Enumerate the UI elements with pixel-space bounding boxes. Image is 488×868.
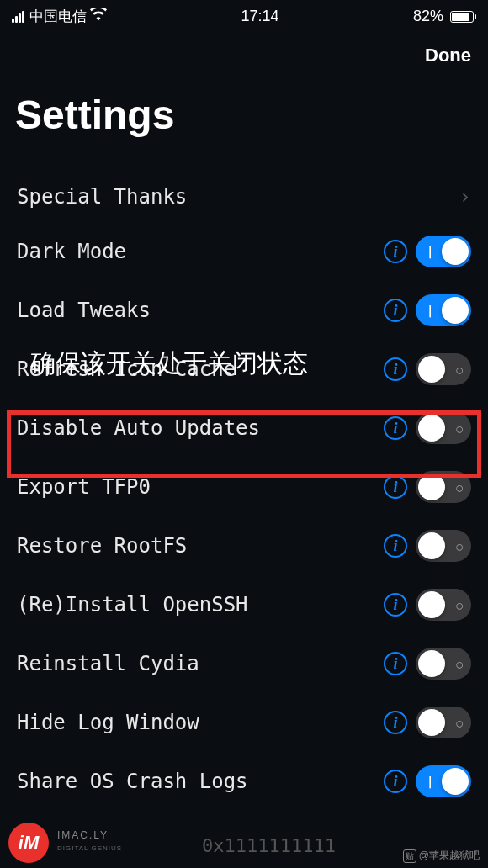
info-icon[interactable]: i (384, 711, 407, 734)
row-label: Export TFP0 (17, 475, 384, 499)
info-icon[interactable]: i (384, 652, 407, 675)
info-icon[interactable]: i (384, 770, 407, 793)
status-bar: 中国电信 17:14 82% (0, 0, 488, 29)
wifi-icon (90, 8, 107, 25)
row-label: Share OS Crash Logs (17, 770, 384, 793)
row-export-tfp0: Export TFP0 i (8, 458, 480, 516)
done-button[interactable]: Done (425, 45, 471, 66)
row-label: Dark Mode (17, 240, 384, 263)
row-disable-auto-updates: Disable Auto Updates i (8, 399, 480, 458)
im-badge-icon: iM (8, 823, 49, 863)
toggle-reinstall-cydia[interactable] (416, 648, 471, 680)
toggle-restore-rootfs[interactable] (416, 530, 471, 562)
toggle-reinstall-openssh[interactable] (416, 589, 471, 621)
toggle-share-crash-logs[interactable] (416, 765, 471, 797)
watermark-brand: IMAC.LY DIGITAL GENIUS (57, 829, 122, 853)
row-label: Refresh Icon Cache (17, 357, 384, 381)
row-dark-mode: Dark Mode i (8, 222, 480, 281)
toggle-disable-auto-updates[interactable] (416, 412, 471, 444)
tieba-attribution: 贴 @苹果越狱吧 (403, 849, 480, 863)
chevron-right-icon: › (459, 185, 471, 209)
row-share-crash-logs: Share OS Crash Logs i (8, 752, 480, 811)
info-icon[interactable]: i (384, 299, 407, 322)
row-label: Disable Auto Updates (17, 416, 384, 440)
info-icon[interactable]: i (384, 357, 407, 381)
row-hide-log-window: Hide Log Window i (8, 693, 480, 752)
row-restore-rootfs: Restore RootFS i (8, 516, 480, 575)
info-icon[interactable]: i (384, 593, 407, 617)
battery-icon (448, 11, 476, 23)
page-title: Settings (0, 75, 488, 172)
row-label: Special Thanks (17, 185, 459, 209)
row-label: Restore RootFS (17, 534, 384, 558)
info-icon[interactable]: i (384, 240, 407, 263)
battery-percent: 82% (413, 8, 443, 25)
settings-list: Special Thanks › Dark Mode i Load Tweaks… (0, 172, 488, 811)
toggle-export-tfp0[interactable] (416, 471, 471, 503)
toggle-dark-mode[interactable] (416, 236, 471, 267)
toggle-hide-log-window[interactable] (416, 707, 471, 738)
info-icon[interactable]: i (384, 534, 407, 558)
row-special-thanks[interactable]: Special Thanks › (8, 172, 480, 222)
toggle-refresh-icon-cache[interactable] (416, 353, 471, 385)
time-label: 17:14 (241, 8, 278, 25)
row-load-tweaks: Load Tweaks i (8, 281, 480, 340)
toggle-load-tweaks[interactable] (416, 294, 471, 326)
row-reinstall-cydia: Reinstall Cydia i (8, 634, 480, 693)
row-label: (Re)Install OpenSSH (17, 593, 384, 617)
info-icon[interactable]: i (384, 416, 407, 440)
row-label: Hide Log Window (17, 711, 384, 734)
row-refresh-icon-cache: Refresh Icon Cache i (8, 340, 480, 399)
carrier-label: 中国电信 (29, 7, 87, 26)
row-label: Reinstall Cydia (17, 652, 384, 675)
hex-value: 0x1111111111 (202, 835, 336, 856)
signal-icon (12, 11, 24, 23)
row-label: Load Tweaks (17, 299, 384, 322)
info-icon[interactable]: i (384, 475, 407, 499)
row-reinstall-openssh: (Re)Install OpenSSH i (8, 575, 480, 634)
